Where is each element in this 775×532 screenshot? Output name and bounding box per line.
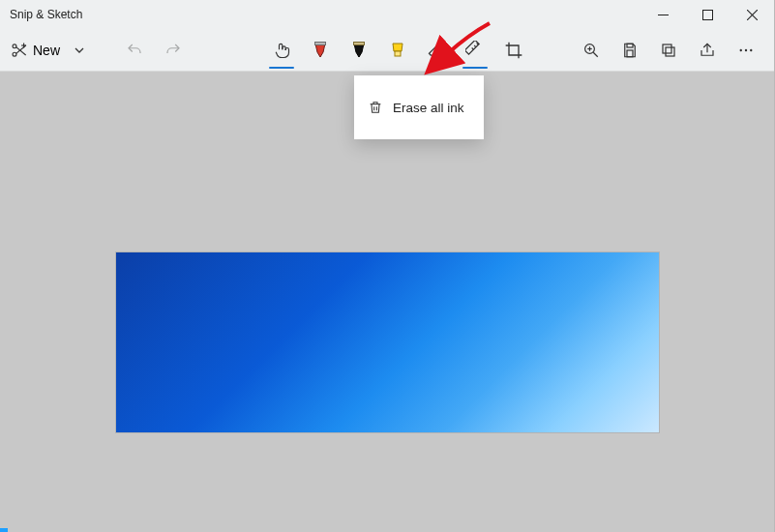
window-close-icon[interactable] [730, 0, 774, 29]
copy-icon [660, 42, 677, 59]
svg-rect-10 [315, 42, 326, 44]
svg-rect-12 [395, 51, 401, 56]
svg-rect-1 [702, 10, 712, 19]
pen-black-icon [350, 41, 368, 60]
ruler-button[interactable] [457, 32, 493, 69]
svg-line-15 [474, 45, 476, 47]
svg-line-14 [472, 47, 474, 49]
save-icon [621, 42, 639, 59]
svg-point-5 [13, 52, 16, 56]
ballpoint-pen-button[interactable] [302, 32, 339, 69]
window-minimize-icon[interactable] [641, 0, 685, 29]
zoom-icon [582, 42, 600, 59]
highlighter-yellow-icon [389, 41, 406, 60]
touch-writing-button[interactable] [263, 32, 300, 69]
more-button[interactable] [728, 32, 764, 69]
pencil-button[interactable] [341, 32, 377, 69]
titlebar: Snip & Sketch [0, 0, 774, 29]
redo-button[interactable] [155, 32, 192, 69]
new-dropdown[interactable] [68, 32, 91, 69]
window-maximize-icon[interactable] [685, 0, 730, 29]
copy-button[interactable] [650, 32, 687, 69]
svg-rect-22 [627, 50, 633, 57]
svg-point-27 [750, 48, 752, 50]
undo-button[interactable] [116, 32, 153, 69]
more-icon [737, 42, 755, 59]
svg-point-4 [13, 44, 16, 47]
svg-point-26 [745, 48, 747, 50]
crop-icon [504, 41, 523, 60]
eraser-button[interactable] [418, 32, 455, 69]
eraser-menu: Erase all ink [354, 75, 484, 139]
window-controls [641, 0, 774, 29]
crop-button[interactable] [495, 32, 532, 69]
ruler-icon [465, 41, 485, 60]
bottom-accent [0, 528, 8, 532]
save-button[interactable] [611, 32, 648, 69]
new-button-label: New [29, 43, 66, 58]
new-button[interactable]: New [10, 32, 66, 69]
svg-rect-11 [354, 42, 365, 44]
scissors-plus-icon [10, 41, 29, 60]
snip-image[interactable] [115, 251, 660, 433]
canvas-area[interactable] [0, 72, 775, 532]
redo-icon [164, 42, 182, 59]
share-button[interactable] [689, 32, 726, 69]
share-icon [699, 42, 716, 59]
svg-rect-21 [627, 44, 633, 47]
app-title: Snip & Sketch [10, 8, 82, 21]
highlighter-button[interactable] [379, 32, 416, 69]
erase-all-ink-item[interactable]: Erase all ink [393, 101, 464, 115]
undo-icon [126, 42, 143, 59]
selected-indicator [269, 67, 294, 69]
toolbar: New [0, 29, 774, 72]
trash-icon [368, 100, 383, 115]
image-content [116, 252, 659, 432]
pen-red-icon [312, 41, 329, 60]
svg-rect-23 [666, 47, 674, 56]
svg-line-18 [593, 52, 598, 57]
svg-rect-24 [663, 44, 671, 53]
svg-line-6 [16, 46, 26, 54]
zoom-button[interactable] [573, 32, 610, 69]
svg-rect-13 [465, 41, 479, 54]
eraser-icon [427, 41, 446, 60]
svg-point-25 [740, 48, 742, 50]
chevron-down-icon [75, 45, 84, 55]
selected-indicator [462, 67, 488, 69]
touch-writing-icon [272, 41, 291, 60]
